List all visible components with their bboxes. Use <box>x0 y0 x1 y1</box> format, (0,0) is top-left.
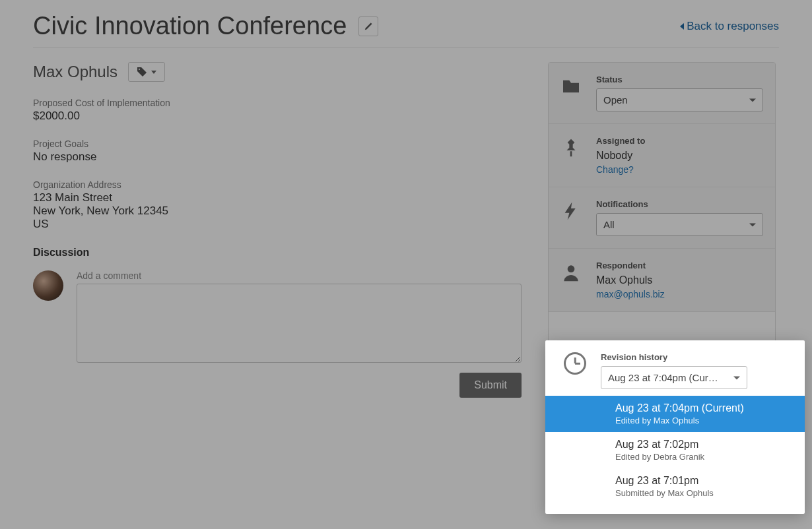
revision-by: Edited by Max Ophuls <box>615 416 793 425</box>
revision-select[interactable]: Aug 23 at 7:04pm (Cur… <box>601 366 747 389</box>
revision-item[interactable]: Aug 23 at 7:04pm (Current) Edited by Max… <box>545 396 805 432</box>
revision-header: Revision history Aug 23 at 7:04pm (Cur… <box>545 352 805 394</box>
revision-time: Aug 23 at 7:04pm (Current) <box>615 402 793 414</box>
revision-label: Revision history <box>601 352 793 362</box>
revision-item[interactable]: Aug 23 at 7:02pm Edited by Debra Granik <box>545 432 805 437</box>
revision-header-body: Revision history Aug 23 at 7:04pm (Cur… <box>601 352 793 389</box>
revision-history-popover: Revision history Aug 23 at 7:04pm (Cur… … <box>545 340 805 437</box>
clock-icon <box>564 352 586 375</box>
revision-list: Aug 23 at 7:04pm (Current) Edited by Max… <box>545 396 805 437</box>
